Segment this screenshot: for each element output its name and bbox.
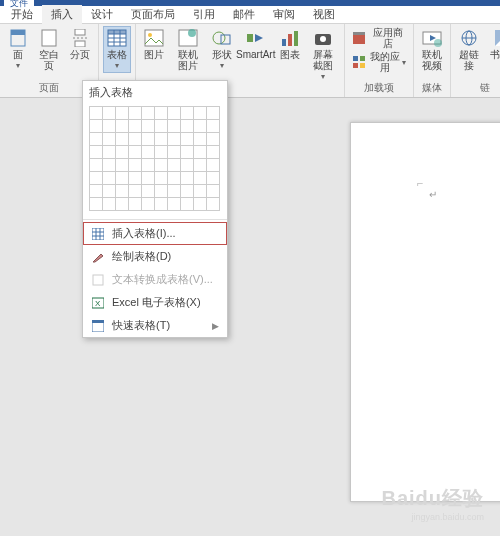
grid-cell[interactable]	[168, 198, 181, 211]
grid-cell[interactable]	[103, 185, 116, 198]
grid-cell[interactable]	[90, 198, 103, 211]
grid-cell[interactable]	[116, 172, 129, 185]
grid-cell[interactable]	[168, 107, 181, 120]
page-break-button[interactable]: 分页	[66, 26, 94, 62]
grid-cell[interactable]	[155, 172, 168, 185]
grid-cell[interactable]	[103, 198, 116, 211]
grid-cell[interactable]	[129, 159, 142, 172]
grid-cell[interactable]	[90, 185, 103, 198]
grid-cell[interactable]	[155, 107, 168, 120]
online-video-button[interactable]: 联机视频	[418, 26, 446, 73]
grid-cell[interactable]	[142, 133, 155, 146]
grid-cell[interactable]	[90, 107, 103, 120]
grid-cell[interactable]	[155, 159, 168, 172]
grid-cell[interactable]	[155, 120, 168, 133]
tab-mailings[interactable]: 邮件	[224, 5, 264, 24]
grid-cell[interactable]	[181, 159, 194, 172]
hyperlink-button[interactable]: 超链接	[455, 26, 483, 73]
grid-cell[interactable]	[181, 146, 194, 159]
tab-layout[interactable]: 页面布局	[122, 5, 184, 24]
online-pictures-button[interactable]: 联机图片	[171, 26, 205, 73]
grid-cell[interactable]	[168, 172, 181, 185]
grid-cell[interactable]	[129, 172, 142, 185]
grid-cell[interactable]	[194, 198, 207, 211]
grid-cell[interactable]	[155, 198, 168, 211]
grid-cell[interactable]	[194, 159, 207, 172]
grid-cell[interactable]	[129, 198, 142, 211]
grid-cell[interactable]	[181, 107, 194, 120]
myapps-button[interactable]: 我的应用 ▾	[349, 50, 409, 74]
grid-cell[interactable]	[116, 107, 129, 120]
grid-cell[interactable]	[116, 185, 129, 198]
grid-cell[interactable]	[207, 107, 220, 120]
store-button[interactable]: 应用商店	[349, 26, 409, 50]
grid-cell[interactable]	[207, 159, 220, 172]
grid-cell[interactable]	[194, 172, 207, 185]
grid-cell[interactable]	[207, 198, 220, 211]
grid-cell[interactable]	[207, 185, 220, 198]
grid-cell[interactable]	[181, 198, 194, 211]
grid-cell[interactable]	[181, 133, 194, 146]
grid-cell[interactable]	[181, 120, 194, 133]
bookmark-button[interactable]: 书签	[486, 26, 500, 62]
tab-review[interactable]: 审阅	[264, 5, 304, 24]
grid-cell[interactable]	[129, 146, 142, 159]
grid-cell[interactable]	[168, 185, 181, 198]
grid-cell[interactable]	[207, 133, 220, 146]
menu-quick-tables[interactable]: 快速表格(T) ▶	[83, 314, 227, 337]
grid-cell[interactable]	[116, 133, 129, 146]
grid-cell[interactable]	[142, 198, 155, 211]
grid-cell[interactable]	[103, 159, 116, 172]
grid-cell[interactable]	[90, 133, 103, 146]
grid-cell[interactable]	[194, 107, 207, 120]
grid-cell[interactable]	[90, 146, 103, 159]
tab-design[interactable]: 设计	[82, 5, 122, 24]
tab-insert[interactable]: 插入	[42, 5, 82, 24]
grid-cell[interactable]	[129, 185, 142, 198]
grid-cell[interactable]	[155, 133, 168, 146]
grid-cell[interactable]	[103, 146, 116, 159]
grid-cell[interactable]	[103, 120, 116, 133]
grid-cell[interactable]	[116, 120, 129, 133]
tab-view[interactable]: 视图	[304, 5, 344, 24]
grid-cell[interactable]	[142, 120, 155, 133]
grid-cell[interactable]	[194, 146, 207, 159]
grid-cell[interactable]	[103, 172, 116, 185]
grid-cell[interactable]	[142, 185, 155, 198]
grid-cell[interactable]	[103, 133, 116, 146]
smartart-button[interactable]: SmartArt	[239, 26, 273, 62]
grid-cell[interactable]	[155, 146, 168, 159]
table-grid-picker[interactable]	[83, 104, 227, 217]
grid-cell[interactable]	[168, 133, 181, 146]
grid-cell[interactable]	[116, 146, 129, 159]
grid-cell[interactable]	[90, 172, 103, 185]
table-button[interactable]: 表格	[103, 26, 131, 73]
grid-cell[interactable]	[103, 107, 116, 120]
grid-cell[interactable]	[194, 133, 207, 146]
document-page[interactable]: ⌐ ↵	[350, 122, 500, 502]
grid-cell[interactable]	[207, 172, 220, 185]
grid-cell[interactable]	[181, 185, 194, 198]
menu-excel-spreadsheet[interactable]: X Excel 电子表格(X)	[83, 291, 227, 314]
shapes-button[interactable]: 形状	[208, 26, 236, 73]
pictures-button[interactable]: 图片	[140, 26, 168, 62]
grid-cell[interactable]	[116, 159, 129, 172]
grid-cell[interactable]	[155, 185, 168, 198]
chart-button[interactable]: 图表	[276, 26, 304, 62]
grid-cell[interactable]	[90, 120, 103, 133]
grid-cell[interactable]	[168, 146, 181, 159]
grid-cell[interactable]	[129, 107, 142, 120]
grid-cell[interactable]	[194, 185, 207, 198]
grid-cell[interactable]	[129, 120, 142, 133]
grid-cell[interactable]	[129, 133, 142, 146]
grid-cell[interactable]	[207, 146, 220, 159]
grid-cell[interactable]	[168, 159, 181, 172]
screenshot-button[interactable]: 屏幕截图	[307, 26, 341, 84]
grid-cell[interactable]	[142, 107, 155, 120]
tab-home[interactable]: 开始	[2, 5, 42, 24]
grid-cell[interactable]	[194, 120, 207, 133]
grid-cell[interactable]	[142, 146, 155, 159]
menu-draw-table[interactable]: 绘制表格(D)	[83, 245, 227, 268]
grid-cell[interactable]	[207, 120, 220, 133]
tab-references[interactable]: 引用	[184, 5, 224, 24]
